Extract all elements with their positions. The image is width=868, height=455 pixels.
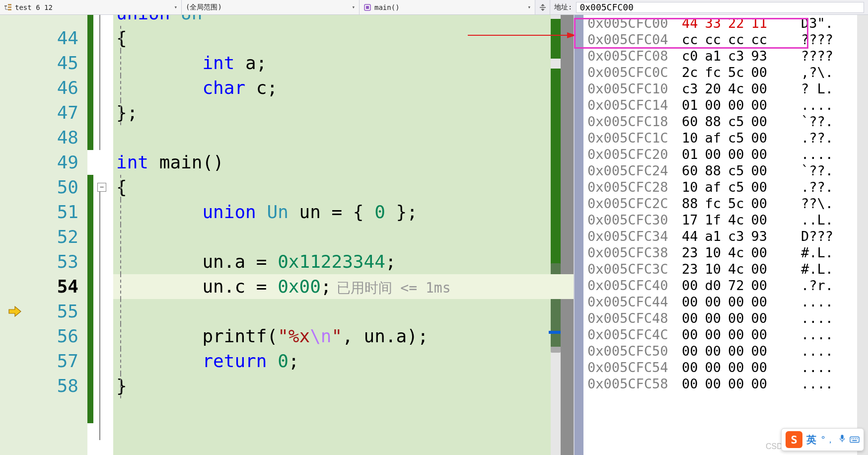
- memory-bytes: 10afc500: [682, 179, 801, 195]
- memory-bytes: 00000000: [682, 310, 801, 326]
- memory-row[interactable]: 0x005CFC04cccccccc????: [575, 31, 868, 48]
- memory-row[interactable]: 0x005CFC1C10afc500.??.: [575, 130, 868, 146]
- memory-row[interactable]: 0x005CFC0044332211D3".: [575, 15, 868, 31]
- memory-ascii: ????: [801, 48, 856, 64]
- memory-row[interactable]: 0x005CFC3444a1c393D???: [575, 228, 868, 244]
- code-line[interactable]: char c;: [113, 76, 574, 100]
- memory-row[interactable]: 0x005CFC186088c500`??.: [575, 113, 868, 130]
- memory-row[interactable]: 0x005CFC4400000000....: [575, 294, 868, 310]
- line-number: 45: [29, 51, 78, 76]
- code-line[interactable]: un.c = 0x00;已用时间 <= 1ms: [113, 274, 574, 299]
- line-number: 56: [29, 324, 78, 349]
- memory-address: 0x005CFC38: [587, 244, 682, 261]
- code-editor[interactable]: 444546474849505152535455565758 − union U…: [0, 15, 574, 455]
- code-line[interactable]: {: [113, 175, 574, 200]
- memory-row[interactable]: 0x005CFC4000d07200.?r.: [575, 277, 868, 294]
- memory-row[interactable]: 0x005CFC2810afc500.??.: [575, 179, 868, 195]
- memory-address: 0x005CFC24: [587, 162, 682, 179]
- memory-bytes: cccccccc: [682, 31, 801, 48]
- sogou-logo-icon: S: [786, 431, 802, 448]
- address-label: 地址:: [554, 3, 572, 12]
- line-number: 54: [29, 274, 78, 299]
- code-line[interactable]: [113, 225, 574, 249]
- code-line[interactable]: printf("%x\n", un.a);: [113, 324, 574, 349]
- svg-rect-3: [8, 9, 11, 10]
- memory-ascii: .?r.: [801, 277, 856, 294]
- code-line[interactable]: un.a = 0x11223344;: [113, 249, 574, 274]
- file-nav-dropdown[interactable]: test_6_12 ▾: [0, 0, 182, 14]
- memory-bytes: 00000000: [682, 359, 801, 376]
- memory-gutter: [575, 15, 583, 455]
- memory-ascii: ....: [801, 97, 856, 113]
- code-line[interactable]: };: [113, 100, 574, 125]
- ime-language-label[interactable]: 英: [806, 433, 816, 447]
- memory-window: 0x005CFC0044332211D3".0x005CFC04cccccccc…: [574, 15, 868, 455]
- code-content[interactable]: union Un { int a; char c;};int main(){ u…: [113, 15, 574, 455]
- code-outline: −: [93, 15, 113, 455]
- memory-bytes: 00000000: [682, 326, 801, 343]
- memory-row[interactable]: 0x005CFC1401000000....: [575, 97, 868, 113]
- memory-row[interactable]: 0x005CFC2C88fc5c00??\.: [575, 195, 868, 212]
- chevron-down-icon: ▾: [352, 4, 355, 10]
- code-line[interactable]: union Un un = { 0 };: [113, 200, 574, 225]
- mic-icon[interactable]: [839, 434, 846, 446]
- memory-address-bar: 地址:: [550, 0, 868, 14]
- memory-bytes: 23104c00: [682, 261, 801, 277]
- function-dropdown[interactable]: main() ▾: [360, 0, 535, 14]
- memory-row[interactable]: 0x005CFC246088c500`??.: [575, 162, 868, 179]
- file-nav-label: test_6_12: [15, 3, 171, 11]
- memory-row[interactable]: 0x005CFC3C23104c00#.L.: [575, 261, 868, 277]
- code-line[interactable]: {: [113, 26, 574, 51]
- memory-row[interactable]: 0x005CFC4800000000....: [575, 310, 868, 326]
- memory-address: 0x005CFC18: [587, 113, 682, 130]
- memory-bytes: 88fc5c00: [682, 195, 801, 212]
- change-tracking-bar: [87, 15, 93, 455]
- memory-row[interactable]: 0x005CFC4C00000000....: [575, 326, 868, 343]
- code-line[interactable]: [113, 299, 574, 324]
- line-number: 52: [29, 225, 78, 249]
- memory-row[interactable]: 0x005CFC5400000000....: [575, 359, 868, 376]
- code-line[interactable]: [113, 125, 574, 150]
- memory-row[interactable]: 0x005CFC2001000000....: [575, 146, 868, 162]
- memory-ascii: ,?\.: [801, 64, 856, 80]
- memory-address: 0x005CFC08: [587, 48, 682, 64]
- memory-scrollbar[interactable]: [857, 15, 868, 455]
- svg-rect-0: [4, 5, 7, 6]
- code-line[interactable]: return 0;: [113, 349, 574, 374]
- svg-rect-9: [850, 437, 859, 443]
- memory-row[interactable]: 0x005CFC0C2cfc5c00,?\.: [575, 64, 868, 80]
- panel-split-button[interactable]: [535, 0, 550, 14]
- svg-rect-14: [852, 440, 857, 441]
- memory-bytes: 44a1c393: [682, 228, 801, 244]
- memory-address: 0x005CFC2C: [587, 195, 682, 212]
- execution-pointer-icon: [8, 304, 22, 318]
- keyboard-icon[interactable]: [850, 434, 860, 446]
- memory-ascii: ? L.: [801, 80, 856, 97]
- memory-address: 0x005CFC14: [587, 97, 682, 113]
- memory-bytes: 00000000: [682, 343, 801, 359]
- memory-row[interactable]: 0x005CFC5000000000....: [575, 343, 868, 359]
- memory-row[interactable]: 0x005CFC10c3204c00? L.: [575, 80, 868, 97]
- fold-toggle[interactable]: −: [97, 183, 106, 192]
- memory-row[interactable]: 0x005CFC5800000000....: [575, 376, 868, 392]
- chevron-down-icon: ▾: [174, 4, 177, 10]
- code-line[interactable]: int a;: [113, 51, 574, 76]
- ime-toolbar[interactable]: S 英 °，: [781, 428, 864, 451]
- memory-row[interactable]: 0x005CFC08c0a1c393????: [575, 48, 868, 64]
- memory-bytes: 6088c500: [682, 162, 801, 179]
- address-input[interactable]: [576, 2, 864, 13]
- memory-address: 0x005CFC04: [587, 31, 682, 48]
- memory-bytes: 10afc500: [682, 130, 801, 146]
- memory-row[interactable]: 0x005CFC30171f4c00..L.: [575, 212, 868, 228]
- code-line[interactable]: int main(): [113, 150, 574, 175]
- line-number: 55: [29, 299, 78, 324]
- memory-ascii: ????: [801, 31, 856, 48]
- svg-rect-10: [852, 438, 853, 439]
- scope-dropdown[interactable]: (全局范围) ▾: [182, 0, 360, 14]
- svg-rect-11: [853, 438, 854, 439]
- memory-row[interactable]: 0x005CFC3823104c00#.L.: [575, 244, 868, 261]
- ime-punct-label[interactable]: °，: [820, 434, 835, 446]
- svg-rect-12: [855, 438, 856, 439]
- code-line[interactable]: }: [113, 374, 574, 398]
- memory-address: 0x005CFC28: [587, 179, 682, 195]
